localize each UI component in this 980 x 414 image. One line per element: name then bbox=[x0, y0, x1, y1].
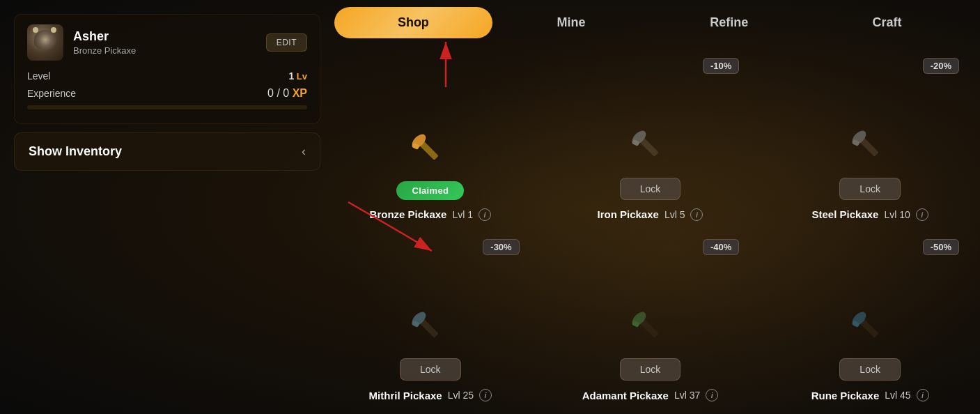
profile-info: Asher Bronze Pickaxe bbox=[73, 29, 266, 56]
mithril-pickaxe-icon bbox=[411, 311, 449, 349]
experience-label: Experience bbox=[27, 88, 76, 99]
steel-pickaxe-level: Lvl 10 bbox=[884, 209, 910, 220]
steel-pickaxe-icon bbox=[851, 130, 889, 168]
adamant-pickaxe-info: Adamant Pickaxe Lvl 37 i bbox=[582, 389, 719, 401]
adamant-pickaxe-lock-button[interactable]: Lock bbox=[620, 358, 681, 381]
mithril-pickaxe-level: Lvl 25 bbox=[448, 390, 474, 401]
steel-pickaxe-discount: -20% bbox=[923, 58, 959, 74]
bronze-pickaxe-name: Bronze Pickaxe bbox=[370, 208, 447, 220]
iron-pickaxe-info-icon[interactable]: i bbox=[690, 208, 703, 221]
iron-pickaxe-info: Iron Pickaxe Lvl 5 i bbox=[598, 208, 703, 221]
edit-button[interactable]: EDIT bbox=[266, 33, 307, 52]
iron-pickaxe-image bbox=[625, 125, 674, 174]
iron-pickaxe-name: Iron Pickaxe bbox=[598, 208, 659, 220]
bronze-pickaxe-info-icon[interactable]: i bbox=[479, 208, 491, 221]
steel-pickaxe-info-icon[interactable]: i bbox=[916, 208, 928, 221]
mithril-pickaxe-info: Mithril Pickaxe Lvl 25 i bbox=[369, 389, 492, 401]
experience-row: Experience 0 / 0 XP bbox=[27, 87, 307, 100]
bronze-pickaxe-level: Lvl 1 bbox=[452, 209, 473, 220]
username: Asher bbox=[73, 29, 266, 44]
level-label: Level bbox=[27, 70, 50, 82]
claimed-button: Claimed bbox=[396, 181, 464, 200]
bronze-pickaxe-image bbox=[406, 128, 455, 177]
bronze-pickaxe-icon bbox=[411, 133, 449, 171]
rune-pickaxe-image bbox=[846, 305, 894, 354]
tab-craft[interactable]: Craft bbox=[808, 7, 966, 38]
shop-item-mithril-pickaxe: -30% Lock Mithril Pickaxe Lvl 25 i bbox=[320, 233, 540, 415]
rune-pickaxe-info-icon[interactable]: i bbox=[917, 389, 929, 401]
rune-pickaxe-info: Rune Pickaxe Lvl 45 i bbox=[811, 389, 929, 401]
steel-pickaxe-info: Steel Pickaxe Lvl 10 i bbox=[812, 208, 928, 221]
shop-grid: Claimed Bronze Pickaxe Lvl 1 i -10% Lock… bbox=[320, 52, 980, 414]
xp-value: 0 / 0 XP bbox=[267, 87, 307, 100]
nav-tabs: Shop Mine Refine Craft bbox=[320, 7, 980, 38]
shop-item-rune-pickaxe: -50% Lock Rune Pickaxe Lvl 45 i bbox=[760, 233, 980, 415]
rune-pickaxe-level: Lvl 45 bbox=[885, 390, 910, 401]
adamant-pickaxe-info-icon[interactable]: i bbox=[706, 389, 718, 401]
chevron-icon: ‹ bbox=[302, 144, 306, 159]
left-panel: Asher Bronze Pickaxe EDIT Level 1 Lv Exp… bbox=[14, 14, 320, 171]
adamant-pickaxe-name: Adamant Pickaxe bbox=[582, 390, 669, 401]
tab-shop[interactable]: Shop bbox=[334, 7, 492, 38]
experience-bar-container bbox=[27, 105, 307, 109]
iron-pickaxe-icon bbox=[631, 130, 669, 168]
steel-pickaxe-image bbox=[846, 125, 894, 174]
rune-pickaxe-discount: -50% bbox=[923, 239, 959, 255]
shop-item-steel-pickaxe: -20% Lock Steel Pickaxe Lvl 10 i bbox=[760, 52, 980, 233]
adamant-pickaxe-icon bbox=[631, 311, 669, 349]
adamant-pickaxe-image bbox=[625, 305, 674, 354]
level-value: 1 Lv bbox=[288, 70, 307, 82]
iron-pickaxe-level: Lvl 5 bbox=[664, 209, 685, 220]
inventory-toggle-label: Show Inventory bbox=[29, 144, 122, 159]
level-row: Level 1 Lv bbox=[27, 70, 307, 82]
steel-pickaxe-lock-button[interactable]: Lock bbox=[839, 178, 901, 200]
iron-pickaxe-discount: -10% bbox=[703, 58, 739, 74]
adamant-pickaxe-discount: -40% bbox=[703, 239, 739, 255]
rune-pickaxe-name: Rune Pickaxe bbox=[811, 390, 880, 401]
profile-card: Asher Bronze Pickaxe EDIT Level 1 Lv Exp… bbox=[14, 14, 320, 124]
mithril-pickaxe-image bbox=[406, 305, 455, 354]
rune-pickaxe-lock-button[interactable]: Lock bbox=[839, 358, 901, 381]
steel-pickaxe-name: Steel Pickaxe bbox=[812, 208, 879, 220]
mithril-pickaxe-lock-button[interactable]: Lock bbox=[400, 358, 461, 381]
shop-item-iron-pickaxe: -10% Lock Iron Pickaxe Lvl 5 i bbox=[540, 52, 761, 233]
bronze-pickaxe-info: Bronze Pickaxe Lvl 1 i bbox=[370, 208, 491, 221]
iron-pickaxe-lock-button[interactable]: Lock bbox=[620, 178, 681, 200]
profile-top: Asher Bronze Pickaxe EDIT bbox=[27, 24, 307, 61]
tab-refine[interactable]: Refine bbox=[651, 7, 809, 38]
current-pickaxe-label: Bronze Pickaxe bbox=[73, 45, 266, 56]
adamant-pickaxe-level: Lvl 37 bbox=[674, 390, 700, 401]
shop-item-adamant-pickaxe: -40% Lock Adamant Pickaxe Lvl 37 i bbox=[540, 233, 761, 415]
avatar bbox=[27, 24, 63, 61]
mithril-pickaxe-name: Mithril Pickaxe bbox=[369, 390, 442, 401]
mithril-pickaxe-info-icon[interactable]: i bbox=[479, 389, 492, 401]
mithril-pickaxe-discount: -30% bbox=[483, 239, 519, 255]
tab-mine[interactable]: Mine bbox=[492, 7, 651, 38]
rune-pickaxe-icon bbox=[851, 311, 889, 349]
inventory-toggle[interactable]: Show Inventory ‹ bbox=[14, 132, 320, 171]
shop-item-bronze-pickaxe: Claimed Bronze Pickaxe Lvl 1 i bbox=[320, 52, 540, 233]
